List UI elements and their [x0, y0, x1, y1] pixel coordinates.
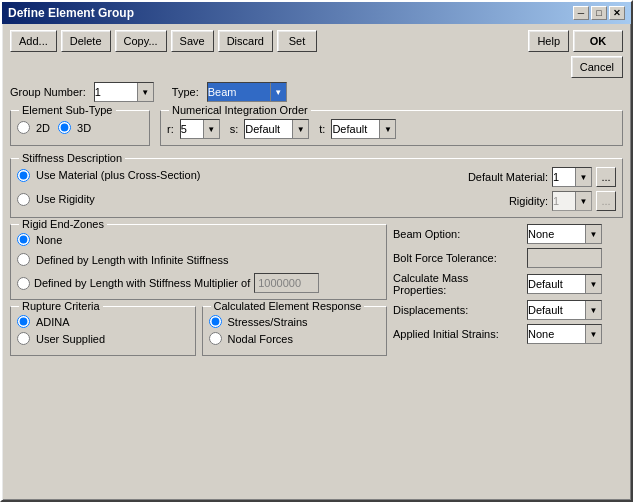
rupture-user-label: User Supplied	[36, 333, 105, 345]
radio-2d-group: 2D	[17, 121, 50, 134]
s-select[interactable]: Default	[244, 119, 309, 139]
t-select[interactable]: Default	[331, 119, 396, 139]
add-button[interactable]: Add...	[10, 30, 57, 52]
stiffness-box: Stiffness Description Use Material (plus…	[10, 158, 623, 218]
applied-initial-strains-label: Applied Initial Strains:	[393, 328, 523, 340]
stiffness-radio1-group: Use Material (plus Cross-Section)	[17, 169, 200, 182]
group-number-wrapper: 1 ▼	[94, 82, 154, 102]
stiffness-option2-label: Use Rigidity	[36, 193, 95, 205]
left-column: Rigid End-Zones None Defined by Length w…	[10, 224, 387, 362]
rigid-multiplier-group: Defined by Length with Stiffness Multipl…	[17, 273, 380, 293]
t-label: t:	[319, 123, 325, 135]
calc-stresses-group: Stresses/Strains	[209, 315, 381, 328]
material-select-wrapper: 1 ▼	[552, 167, 592, 187]
rupture-user-radio[interactable]	[17, 332, 30, 345]
displacements-select[interactable]: Default	[527, 300, 602, 320]
default-material-label: Default Material:	[468, 171, 548, 183]
title-bar-buttons: ─ □ ✕	[573, 6, 625, 20]
bolt-force-row: Bolt Force Tolerance: 0.01	[393, 248, 623, 268]
numerical-integration-label: Numerical Integration Order	[169, 104, 311, 116]
calculate-mass-label: Calculate Mass Properties:	[393, 272, 523, 296]
beam-option-wrapper: None ▼	[527, 224, 602, 244]
sub-type-radios: 2D 3D	[17, 119, 143, 138]
calculated-response-box: Calculated Element Response Stresses/Str…	[202, 306, 388, 356]
t-select-wrapper: Default ▼	[331, 119, 396, 139]
rigid-content: None Defined by Length with Infinite Sti…	[17, 233, 380, 293]
rigidity-dots-button[interactable]: ...	[596, 191, 616, 211]
window-title: Define Element Group	[8, 6, 134, 20]
rigid-none-radio[interactable]	[17, 233, 30, 246]
calc-nodal-radio[interactable]	[209, 332, 222, 345]
cancel-button[interactable]: Cancel	[571, 56, 623, 78]
minimize-button[interactable]: ─	[573, 6, 589, 20]
calculate-mass-row: Calculate Mass Properties: Default ▼	[393, 272, 623, 296]
group-number-select[interactable]: 1	[94, 82, 154, 102]
main-window: Define Element Group ─ □ ✕ Add... Delete…	[0, 0, 633, 502]
help-button[interactable]: Help	[528, 30, 569, 52]
applied-initial-strains-row: Applied Initial Strains: None ▼	[393, 324, 623, 344]
numerical-integration-box: Numerical Integration Order r: 5 ▼ s: De…	[160, 110, 623, 146]
type-wrapper: Beam ▼	[207, 82, 287, 102]
stiffness-content: Use Material (plus Cross-Section) Defaul…	[17, 167, 616, 211]
material-dots-button[interactable]: ...	[596, 167, 616, 187]
multiplier-input[interactable]	[254, 273, 319, 293]
r-label: r:	[167, 123, 174, 135]
group-number-row: Group Number: 1 ▼ Type: Beam ▼	[10, 82, 623, 102]
rigidity-row: Rigidity: 1 ▼ ...	[509, 191, 616, 211]
r-select-wrapper: 5 ▼	[180, 119, 220, 139]
close-button[interactable]: ✕	[609, 6, 625, 20]
type-select[interactable]: Beam	[207, 82, 287, 102]
material-row: Default Material: 1 ▼ ...	[468, 167, 616, 187]
calc-stresses-radio[interactable]	[209, 315, 222, 328]
rigid-none-label: None	[36, 234, 62, 246]
rigid-multiplier-radio[interactable]	[17, 277, 30, 290]
element-sub-type-label: Element Sub-Type	[19, 104, 116, 116]
stiffness-radio2-group: Use Rigidity	[17, 193, 95, 206]
stiffness-option1-label: Use Material (plus Cross-Section)	[36, 169, 200, 181]
radio-3d[interactable]	[58, 121, 71, 134]
applied-initial-strains-wrapper: None ▼	[527, 324, 602, 344]
rupture-adina-radio[interactable]	[17, 315, 30, 328]
calculate-mass-select[interactable]: Default	[527, 274, 602, 294]
s-select-wrapper: Default ▼	[244, 119, 309, 139]
stiffness-rigidity-radio[interactable]	[17, 193, 30, 206]
calc-nodal-group: Nodal Forces	[209, 332, 381, 345]
rupture-user-group: User Supplied	[17, 332, 189, 345]
ok-button[interactable]: OK	[573, 30, 623, 52]
beam-option-select[interactable]: None	[527, 224, 602, 244]
displacements-wrapper: Default ▼	[527, 300, 602, 320]
set-button[interactable]: Set	[277, 30, 317, 52]
toolbar: Add... Delete Copy... Save Discard Set H…	[10, 30, 623, 52]
beam-option-label: Beam Option:	[393, 228, 523, 240]
right-column: Beam Option: None ▼ Bolt Force Tolerance…	[393, 224, 623, 362]
discard-button[interactable]: Discard	[218, 30, 273, 52]
stiffness-material-radio[interactable]	[17, 169, 30, 182]
copy-button[interactable]: Copy...	[115, 30, 167, 52]
calculate-mass-wrapper: Default ▼	[527, 274, 602, 294]
top-section: Element Sub-Type 2D 3D Numerical Integra…	[10, 110, 623, 152]
rigid-infinite-label: Defined by Length with Infinite Stiffnes…	[36, 254, 228, 266]
bolt-force-input[interactable]: 0.01	[527, 248, 602, 268]
radio-2d[interactable]	[17, 121, 30, 134]
rigid-none-group: None	[17, 233, 380, 246]
maximize-button[interactable]: □	[591, 6, 607, 20]
applied-initial-strains-select[interactable]: None	[527, 324, 602, 344]
displacements-label: Displacements:	[393, 304, 523, 316]
rigidity-select-wrapper: 1 ▼	[552, 191, 592, 211]
rigid-end-zones-label: Rigid End-Zones	[19, 218, 107, 230]
radio-3d-group: 3D	[58, 121, 91, 134]
delete-button[interactable]: Delete	[61, 30, 111, 52]
rigidity-select[interactable]: 1	[552, 191, 592, 211]
material-select[interactable]: 1	[552, 167, 592, 187]
rigid-end-zones-box: Rigid End-Zones None Defined by Length w…	[10, 224, 387, 300]
bolt-force-label: Bolt Force Tolerance:	[393, 252, 523, 264]
calculated-response-label: Calculated Element Response	[211, 300, 365, 312]
rigid-infinite-radio[interactable]	[17, 253, 30, 266]
type-label: Type:	[172, 86, 199, 98]
title-bar: Define Element Group ─ □ ✕	[2, 2, 631, 24]
rupture-criteria-label: Rupture Criteria	[19, 300, 103, 312]
r-select[interactable]: 5	[180, 119, 220, 139]
bottom-row: Rupture Criteria ADINA User Supplied Cal…	[10, 306, 387, 362]
displacements-row: Displacements: Default ▼	[393, 300, 623, 320]
save-button[interactable]: Save	[171, 30, 214, 52]
